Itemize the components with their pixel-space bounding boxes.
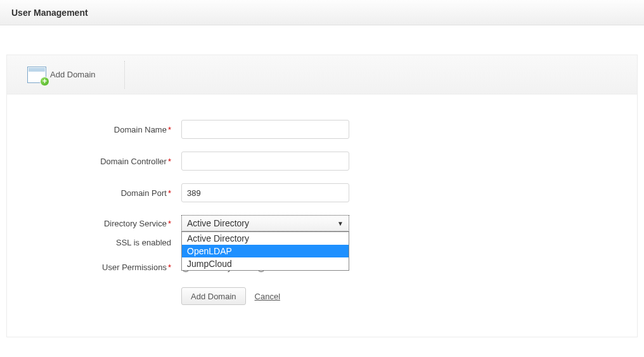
row-domain-port: Domain Port* (7, 183, 637, 202)
directory-service-selected-value: Active Directory (187, 218, 249, 228)
directory-service-option[interactable]: JumpCloud (182, 257, 349, 270)
label-ssl: SSL is enabled (7, 238, 175, 247)
domain-controller-input[interactable] (181, 152, 349, 171)
page-title: User Management (11, 8, 88, 18)
row-domain-name: Domain Name* (7, 120, 637, 139)
add-domain-toolbar-button[interactable]: + Add Domain (27, 61, 125, 89)
page-header: User Management (0, 0, 644, 25)
domain-form: Domain Name* Domain Controller* Domain P… (7, 94, 637, 337)
domain-port-input[interactable] (181, 183, 349, 202)
directory-service-dropdown: Active Directory OpenLDAP JumpCloud (181, 231, 349, 271)
row-domain-controller: Domain Controller* (7, 152, 637, 171)
chevron-down-icon: ▼ (337, 220, 344, 227)
row-actions: Add Domain Cancel (7, 287, 637, 305)
add-domain-icon: + (27, 67, 46, 83)
label-user-permissions: User Permissions* (7, 263, 175, 272)
directory-service-option[interactable]: OpenLDAP (182, 245, 349, 257)
cancel-link[interactable]: Cancel (255, 292, 280, 301)
toolbar: + Add Domain (7, 55, 637, 94)
directory-service-option[interactable]: Active Directory (182, 232, 349, 245)
main-panel: + Add Domain Domain Name* Domain Control… (6, 55, 638, 337)
domain-name-input[interactable] (181, 120, 349, 139)
label-domain-port: Domain Port* (7, 188, 175, 198)
label-directory-service: Directory Service* (7, 219, 175, 228)
label-domain-name: Domain Name* (7, 125, 175, 134)
directory-service-select[interactable]: Active Directory ▼ (181, 215, 349, 231)
add-domain-button[interactable]: Add Domain (181, 287, 246, 305)
row-directory-service: Directory Service* Active Directory ▼ Ac… (7, 215, 637, 231)
label-domain-controller: Domain Controller* (7, 157, 175, 166)
add-domain-toolbar-label: Add Domain (50, 70, 96, 79)
